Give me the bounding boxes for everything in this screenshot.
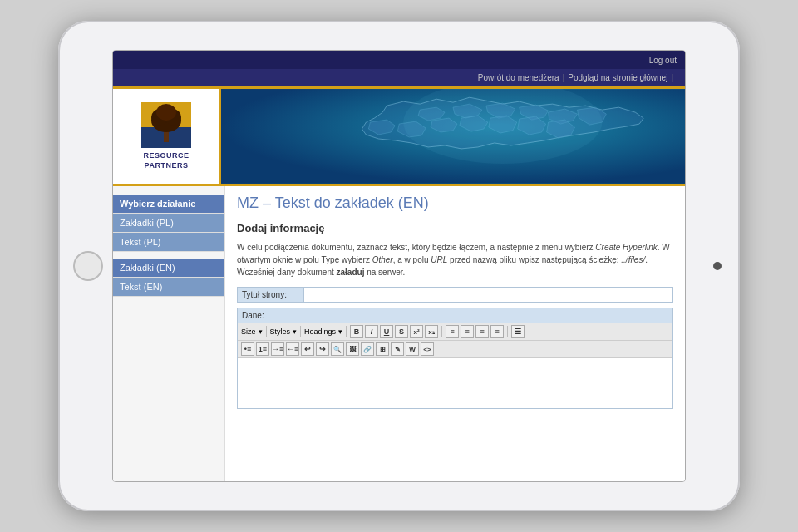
size-icon: ▾ [259,328,263,336]
outdent-button[interactable]: ←≡ [286,342,299,356]
tablet-screen: Log out Powrót do menedżera | Podgląd na… [112,50,686,482]
image-button[interactable]: 🖼 [346,342,359,356]
table-button[interactable]: ⊞ [376,342,389,356]
svg-point-6 [156,104,176,121]
superscript-button[interactable]: x² [410,325,423,338]
main-panel: MZ – Tekst do zakładek (EN) Dodaj inform… [225,186,685,481]
nav-separator2: | [671,73,673,82]
sidebar: Wybierz działanie Zakładki (PL) Tekst (P… [113,186,225,481]
logo-text: RESOURCEPARTNERS [143,151,189,170]
subscript-button[interactable]: x₂ [425,325,438,338]
editor-container: Size ▾ Styles ▾ Headings ▾ [237,323,673,409]
tablet-frame: Log out Powrót do menedżera | Podgląd na… [58,21,740,511]
sidebar-item-tekst-pl[interactable]: Tekst (PL) [113,233,224,252]
styles-icon: ▾ [293,328,297,336]
edit-button[interactable]: ✎ [391,342,404,356]
code-button[interactable]: W [406,342,419,356]
link-button[interactable]: 🔗 [361,342,374,356]
site-wrapper: Log out Powrót do menedżera | Podgląd na… [113,51,685,481]
sidebar-item-tekst-en[interactable]: Tekst (EN) [113,278,224,297]
dane-label: Dane: [237,308,673,323]
list-button[interactable]: ☰ [511,325,525,338]
nav-bar: Powrót do menedżera | Podgląd na stronie… [113,69,685,89]
find-button[interactable]: 🔍 [331,342,344,356]
size-label: Size [241,328,256,336]
styles-label: Styles [270,328,291,336]
table-row: Tytuł strony: [238,288,673,303]
align-left-button[interactable]: ≡ [446,325,459,338]
toolbar-sep4 [441,326,442,337]
sidebar-spacer [113,252,224,259]
styles-group: Styles ▾ [270,328,298,336]
headings-icon: ▾ [338,328,342,336]
logo-area: RESOURCEPARTNERS [113,89,221,184]
home-button[interactable] [73,251,103,281]
description-text: W celu podłączenia dokumentu, zaznacz te… [237,241,673,278]
site-header: Log out Powrót do menedżera | Podgląd na… [113,51,685,184]
tree-logo-icon [141,102,191,148]
title-input-cell [304,288,673,303]
justify-button[interactable]: ≡ [490,325,504,338]
undo-button[interactable]: ↩ [301,342,314,356]
title-label: Tytuł strony: [238,288,304,303]
source-button[interactable]: <> [421,342,434,356]
indent-button[interactable]: →≡ [271,342,284,356]
logout-link[interactable]: Log out [649,56,677,65]
toolbar-sep5 [507,326,508,337]
redo-button[interactable]: ↪ [316,342,329,356]
underline-button[interactable]: U [380,325,393,338]
sidebar-item-zakladki-pl[interactable]: Zakładki (PL) [113,214,224,233]
camera [713,262,722,270]
top-bar: Log out [113,51,685,69]
editor-toolbar-row1: Size ▾ Styles ▾ Headings ▾ [238,323,672,341]
sidebar-item-choose-action[interactable]: Wybierz działanie [113,195,224,214]
headings-label: Headings [304,328,336,336]
editor-toolbar-row2: •≡ 1≡ →≡ ←≡ ↩ ↪ 🔍 🖼 🔗 ⊞ ✎ W < [238,341,672,358]
header-map [221,89,685,184]
ul-button[interactable]: •≡ [241,342,254,356]
toolbar-sep3 [346,326,347,337]
page-title: MZ – Tekst do zakładek (EN) [237,195,673,212]
headings-group: Headings ▾ [304,328,342,336]
bold-button[interactable]: B [350,325,363,338]
europe-map-svg [221,89,685,184]
strikethrough-button[interactable]: S [395,325,408,338]
header-body: RESOURCEPARTNERS [113,89,685,184]
site-body: Wybierz działanie Zakładki (PL) Tekst (P… [113,186,685,481]
size-group: Size ▾ [241,328,263,336]
preview-link[interactable]: Podgląd na stronie głównej [568,73,667,82]
editor-content-area[interactable] [238,358,672,408]
manager-link[interactable]: Powrót do menedżera [478,73,559,82]
align-center-button[interactable]: ≡ [461,325,474,338]
toolbar-sep2 [300,326,301,337]
title-input[interactable] [308,290,668,299]
nav-separator: | [563,73,565,82]
ol-button[interactable]: 1≡ [256,342,269,356]
italic-button[interactable]: I [365,325,378,338]
sidebar-item-zakladki-en[interactable]: Zakładki (EN) [113,259,224,278]
toolbar-sep1 [266,326,267,337]
form-table: Tytuł strony: [237,287,673,303]
section-heading: Dodaj informację [237,222,673,234]
align-right-button[interactable]: ≡ [475,325,489,338]
